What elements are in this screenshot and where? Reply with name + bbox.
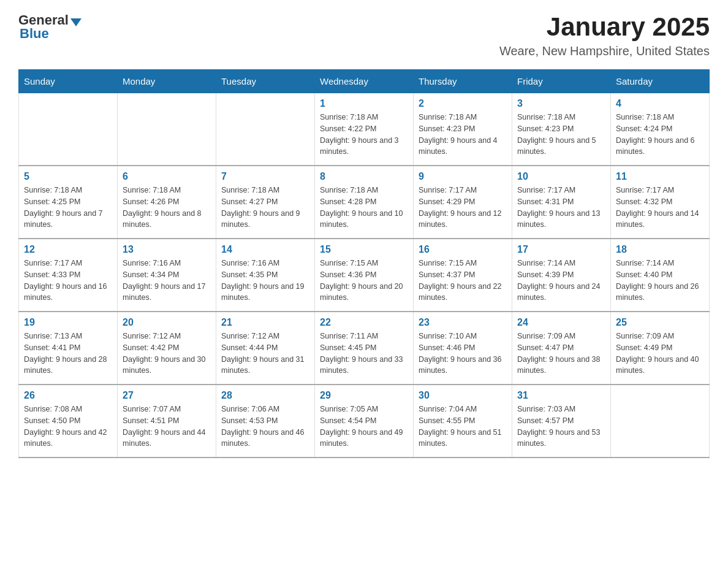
calendar-cell: 29Sunrise: 7:05 AM Sunset: 4:54 PM Dayli… <box>315 385 414 458</box>
calendar-week-row: 1Sunrise: 7:18 AM Sunset: 4:22 PM Daylig… <box>19 93 710 166</box>
day-info: Sunrise: 7:07 AM Sunset: 4:51 PM Dayligh… <box>123 404 211 450</box>
day-info: Sunrise: 7:18 AM Sunset: 4:22 PM Dayligh… <box>320 112 408 158</box>
day-number: 24 <box>517 317 605 328</box>
calendar-cell: 5Sunrise: 7:18 AM Sunset: 4:25 PM Daylig… <box>19 166 118 239</box>
day-info: Sunrise: 7:11 AM Sunset: 4:45 PM Dayligh… <box>320 331 408 377</box>
calendar-cell: 7Sunrise: 7:18 AM Sunset: 4:27 PM Daylig… <box>216 166 315 239</box>
day-info: Sunrise: 7:18 AM Sunset: 4:24 PM Dayligh… <box>616 112 704 158</box>
day-info: Sunrise: 7:18 AM Sunset: 4:25 PM Dayligh… <box>24 185 112 231</box>
day-number: 30 <box>419 390 507 401</box>
calendar-cell: 17Sunrise: 7:14 AM Sunset: 4:39 PM Dayli… <box>512 239 611 312</box>
day-number: 21 <box>221 317 309 328</box>
calendar-week-row: 19Sunrise: 7:13 AM Sunset: 4:41 PM Dayli… <box>19 312 710 385</box>
day-number: 23 <box>419 317 507 328</box>
calendar-cell: 21Sunrise: 7:12 AM Sunset: 4:44 PM Dayli… <box>216 312 315 385</box>
day-info: Sunrise: 7:15 AM Sunset: 4:36 PM Dayligh… <box>320 258 408 304</box>
day-number: 1 <box>320 98 408 109</box>
day-number: 11 <box>616 171 704 182</box>
calendar-cell: 10Sunrise: 7:17 AM Sunset: 4:31 PM Dayli… <box>512 166 611 239</box>
logo-blue-text: Blue <box>20 26 49 42</box>
day-info: Sunrise: 7:15 AM Sunset: 4:37 PM Dayligh… <box>419 258 507 304</box>
calendar-cell: 14Sunrise: 7:16 AM Sunset: 4:35 PM Dayli… <box>216 239 315 312</box>
day-info: Sunrise: 7:16 AM Sunset: 4:35 PM Dayligh… <box>221 258 309 304</box>
logo-triangle-icon <box>70 18 82 26</box>
calendar-cell: 20Sunrise: 7:12 AM Sunset: 4:42 PM Dayli… <box>118 312 216 385</box>
calendar-day-header: Tuesday <box>216 70 315 93</box>
calendar-cell: 18Sunrise: 7:14 AM Sunset: 4:40 PM Dayli… <box>611 239 710 312</box>
calendar-cell: 11Sunrise: 7:17 AM Sunset: 4:32 PM Dayli… <box>611 166 710 239</box>
day-info: Sunrise: 7:17 AM Sunset: 4:33 PM Dayligh… <box>24 258 112 304</box>
day-info: Sunrise: 7:05 AM Sunset: 4:54 PM Dayligh… <box>320 404 408 450</box>
page-title: January 2025 <box>499 12 710 42</box>
calendar-cell: 6Sunrise: 7:18 AM Sunset: 4:26 PM Daylig… <box>118 166 216 239</box>
calendar-cell: 25Sunrise: 7:09 AM Sunset: 4:49 PM Dayli… <box>611 312 710 385</box>
calendar-cell: 22Sunrise: 7:11 AM Sunset: 4:45 PM Dayli… <box>315 312 414 385</box>
calendar-cell: 26Sunrise: 7:08 AM Sunset: 4:50 PM Dayli… <box>19 385 118 458</box>
calendar-cell: 9Sunrise: 7:17 AM Sunset: 4:29 PM Daylig… <box>414 166 512 239</box>
day-info: Sunrise: 7:12 AM Sunset: 4:42 PM Dayligh… <box>123 331 211 377</box>
calendar-cell: 4Sunrise: 7:18 AM Sunset: 4:24 PM Daylig… <box>611 93 710 166</box>
calendar-cell: 30Sunrise: 7:04 AM Sunset: 4:55 PM Dayli… <box>414 385 512 458</box>
title-area: January 2025 Weare, New Hampshire, Unite… <box>499 12 710 58</box>
calendar-cell <box>19 93 118 166</box>
day-number: 7 <box>221 171 309 182</box>
calendar-cell: 3Sunrise: 7:18 AM Sunset: 4:23 PM Daylig… <box>512 93 611 166</box>
day-number: 4 <box>616 98 704 109</box>
day-number: 27 <box>123 390 211 401</box>
day-number: 14 <box>221 244 309 255</box>
day-info: Sunrise: 7:14 AM Sunset: 4:40 PM Dayligh… <box>616 258 704 304</box>
calendar-cell: 31Sunrise: 7:03 AM Sunset: 4:57 PM Dayli… <box>512 385 611 458</box>
day-info: Sunrise: 7:17 AM Sunset: 4:32 PM Dayligh… <box>616 185 704 231</box>
day-number: 8 <box>320 171 408 182</box>
calendar-day-header: Friday <box>512 70 611 93</box>
day-number: 29 <box>320 390 408 401</box>
calendar-week-row: 12Sunrise: 7:17 AM Sunset: 4:33 PM Dayli… <box>19 239 710 312</box>
calendar-cell <box>216 93 315 166</box>
page-subtitle: Weare, New Hampshire, United States <box>499 44 710 58</box>
calendar-day-header: Saturday <box>611 70 710 93</box>
day-number: 25 <box>616 317 704 328</box>
day-number: 10 <box>517 171 605 182</box>
day-number: 31 <box>517 390 605 401</box>
day-info: Sunrise: 7:18 AM Sunset: 4:27 PM Dayligh… <box>221 185 309 231</box>
day-info: Sunrise: 7:08 AM Sunset: 4:50 PM Dayligh… <box>24 404 112 450</box>
day-number: 26 <box>24 390 112 401</box>
calendar-cell: 16Sunrise: 7:15 AM Sunset: 4:37 PM Dayli… <box>414 239 512 312</box>
calendar-day-header: Monday <box>118 70 216 93</box>
day-info: Sunrise: 7:18 AM Sunset: 4:23 PM Dayligh… <box>419 112 507 158</box>
day-info: Sunrise: 7:18 AM Sunset: 4:26 PM Dayligh… <box>123 185 211 231</box>
day-number: 3 <box>517 98 605 109</box>
day-info: Sunrise: 7:18 AM Sunset: 4:23 PM Dayligh… <box>517 112 605 158</box>
day-number: 12 <box>24 244 112 255</box>
day-number: 15 <box>320 244 408 255</box>
day-info: Sunrise: 7:12 AM Sunset: 4:44 PM Dayligh… <box>221 331 309 377</box>
calendar-cell <box>118 93 216 166</box>
day-number: 18 <box>616 244 704 255</box>
day-number: 16 <box>419 244 507 255</box>
day-info: Sunrise: 7:16 AM Sunset: 4:34 PM Dayligh… <box>123 258 211 304</box>
day-info: Sunrise: 7:17 AM Sunset: 4:31 PM Dayligh… <box>517 185 605 231</box>
day-number: 22 <box>320 317 408 328</box>
calendar-cell <box>611 385 710 458</box>
day-info: Sunrise: 7:10 AM Sunset: 4:46 PM Dayligh… <box>419 331 507 377</box>
calendar-cell: 12Sunrise: 7:17 AM Sunset: 4:33 PM Dayli… <box>19 239 118 312</box>
calendar-cell: 23Sunrise: 7:10 AM Sunset: 4:46 PM Dayli… <box>414 312 512 385</box>
day-info: Sunrise: 7:03 AM Sunset: 4:57 PM Dayligh… <box>517 404 605 450</box>
calendar-cell: 13Sunrise: 7:16 AM Sunset: 4:34 PM Dayli… <box>118 239 216 312</box>
calendar-day-header: Sunday <box>19 70 118 93</box>
logo: General Blue <box>18 12 82 42</box>
day-info: Sunrise: 7:06 AM Sunset: 4:53 PM Dayligh… <box>221 404 309 450</box>
day-number: 28 <box>221 390 309 401</box>
day-number: 19 <box>24 317 112 328</box>
day-number: 13 <box>123 244 211 255</box>
day-info: Sunrise: 7:09 AM Sunset: 4:49 PM Dayligh… <box>616 331 704 377</box>
day-info: Sunrise: 7:17 AM Sunset: 4:29 PM Dayligh… <box>419 185 507 231</box>
day-number: 5 <box>24 171 112 182</box>
calendar-week-row: 5Sunrise: 7:18 AM Sunset: 4:25 PM Daylig… <box>19 166 710 239</box>
calendar-cell: 2Sunrise: 7:18 AM Sunset: 4:23 PM Daylig… <box>414 93 512 166</box>
calendar-table: SundayMondayTuesdayWednesdayThursdayFrid… <box>18 69 710 458</box>
day-number: 20 <box>123 317 211 328</box>
day-number: 17 <box>517 244 605 255</box>
day-number: 2 <box>419 98 507 109</box>
calendar-cell: 24Sunrise: 7:09 AM Sunset: 4:47 PM Dayli… <box>512 312 611 385</box>
